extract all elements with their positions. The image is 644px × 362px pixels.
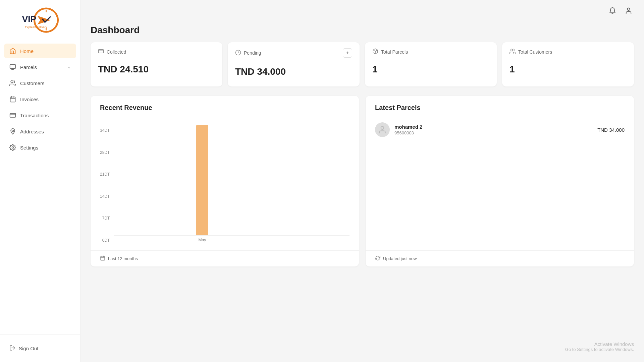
chart-plot: May [114, 125, 350, 242]
sidebar-item-label: Home [20, 48, 34, 54]
latest-parcels-title: Latest Parcels [375, 104, 625, 112]
sidebar-item-label: Transactions [20, 113, 49, 118]
stat-value-collected: TND 24.510 [98, 61, 215, 78]
page-content: Dashboard Collected TND 24.510 [80, 21, 644, 362]
parcel-list: mohamed 2 95600003 TND 34.000 [375, 118, 625, 142]
bottom-row: Recent Revenue 34DT 28DT 21DT 14DT 7DT 0… [91, 96, 634, 266]
recent-revenue-title: Recent Revenue [100, 104, 350, 112]
svg-text:Express Delivery: Express Delivery [25, 25, 47, 29]
chart-bars [114, 125, 350, 236]
stat-title: Total Customers [518, 49, 552, 55]
chart-x-label: May [193, 238, 212, 242]
svg-point-19 [627, 8, 630, 10]
svg-rect-20 [99, 50, 104, 53]
y-label-34: 34DT [100, 128, 110, 132]
stat-card-total-parcels: Total Parcels 1 [365, 42, 497, 86]
addresses-icon [9, 128, 16, 135]
svg-point-29 [381, 126, 384, 129]
sidebar-item-label: Customers [20, 80, 45, 86]
svg-rect-6 [10, 65, 16, 69]
stat-title: Total Parcels [381, 49, 408, 55]
parcel-customer-name: mohamed 2 [394, 124, 593, 130]
sidebar-bottom: Sign Out [0, 335, 80, 362]
sidebar-item-addresses[interactable]: Addresses [4, 124, 76, 139]
chart-x-label [133, 238, 153, 242]
chart-x-label [114, 238, 133, 242]
stat-card-collected: Collected TND 24.510 [91, 42, 222, 86]
stat-add-button[interactable]: + [343, 48, 352, 58]
sidebar-item-customers[interactable]: Customers [4, 76, 76, 90]
chart-x-label [153, 238, 173, 242]
sidebar-item-invoices[interactable]: Invoices [4, 92, 76, 107]
svg-text:VIP: VIP [22, 14, 36, 24]
svg-point-17 [12, 147, 14, 148]
sidebar-item-home[interactable]: Home [4, 44, 76, 58]
stat-title: Collected [107, 49, 126, 55]
svg-point-24 [511, 49, 513, 51]
parcel-amount: TND 34.000 [597, 127, 625, 133]
parcel-info: mohamed 2 95600003 [394, 124, 593, 135]
stat-card-total-customers: Total Customers 1 [502, 42, 634, 86]
money-icon [98, 48, 104, 55]
chart-x-label [310, 238, 330, 242]
notification-button[interactable] [607, 5, 618, 16]
customers-icon [9, 80, 16, 86]
svg-rect-14 [10, 113, 16, 117]
svg-point-9 [11, 81, 13, 83]
chart-x-label [232, 238, 252, 242]
stat-value-customers: 1 [509, 61, 627, 78]
sidebar-item-label: Settings [20, 145, 38, 150]
stat-value-pending: TND 34.000 [235, 63, 352, 80]
clock-icon [235, 50, 241, 57]
chart-bar [196, 125, 208, 235]
chart-x-label [290, 238, 310, 242]
parcels-footer: Updated just now [366, 250, 634, 266]
chart-area: 34DT 28DT 21DT 14DT 7DT 0DT [100, 115, 350, 242]
signout-button[interactable]: Sign Out [4, 342, 76, 355]
chart-x-label [212, 238, 232, 242]
chart-footer-label: Last 12 months [108, 256, 138, 261]
avatar [375, 122, 390, 137]
nav-menu: Home Parcels ⌄ Customers Invoices [0, 40, 80, 335]
topbar [80, 0, 644, 21]
stat-value-parcels: 1 [372, 61, 489, 78]
chart-x-labels: May [114, 238, 350, 242]
y-label-28: 28DT [100, 150, 110, 155]
page-title: Dashboard [91, 25, 634, 36]
calendar-icon [100, 255, 105, 262]
refresh-icon [375, 255, 380, 262]
parcel-phone: 95600003 [394, 130, 593, 135]
latest-parcels-card: Latest Parcels mohamed 2 95600003 TND 34… [366, 96, 634, 266]
svg-point-16 [12, 130, 14, 132]
svg-rect-25 [101, 256, 105, 260]
chart-bar-col [193, 125, 212, 235]
invoices-icon [9, 96, 16, 103]
sidebar-item-label: Addresses [20, 129, 44, 134]
y-label-7: 7DT [102, 216, 110, 220]
parcels-footer-label: Updated just now [383, 256, 417, 261]
stats-row: Collected TND 24.510 Pending + TND 34.00 [91, 42, 634, 86]
main-content: Dashboard Collected TND 24.510 [80, 0, 644, 362]
transactions-icon [9, 112, 16, 119]
stat-card-pending: Pending + TND 34.000 [228, 42, 360, 86]
signout-icon [9, 345, 15, 352]
svg-rect-10 [10, 97, 15, 102]
people-icon [509, 48, 516, 55]
y-label-14: 14DT [100, 194, 110, 198]
stat-title: Pending [244, 50, 261, 56]
sidebar-item-parcels[interactable]: Parcels ⌄ [4, 60, 76, 74]
user-menu-button[interactable] [623, 5, 634, 16]
y-label-0: 0DT [102, 238, 110, 242]
sidebar-item-settings[interactable]: Settings [4, 140, 76, 155]
y-label-21: 21DT [100, 172, 110, 176]
home-icon [9, 48, 16, 54]
logo-area: VIP Express Delivery [0, 0, 80, 40]
sidebar-item-label: Invoices [20, 97, 39, 102]
chart-x-label [251, 238, 271, 242]
chart-x-label [173, 238, 193, 242]
recent-revenue-card: Recent Revenue 34DT 28DT 21DT 14DT 7DT 0… [91, 96, 359, 266]
chart-footer: Last 12 months [91, 250, 359, 266]
sidebar-item-transactions[interactable]: Transactions [4, 108, 76, 123]
sidebar-item-label: Parcels [20, 64, 37, 70]
parcels-icon [9, 64, 16, 70]
